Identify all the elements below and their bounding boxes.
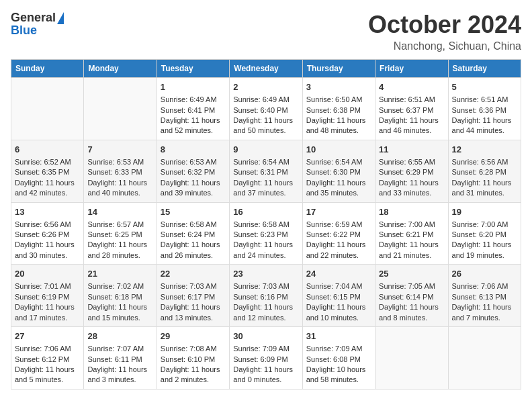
daylight-text: Daylight: 11 hours and 31 minutes. <box>452 178 517 199</box>
sunrise-text: Sunrise: 6:55 AM <box>379 157 444 167</box>
day-number: 25 <box>379 268 444 280</box>
sunrise-text: Sunrise: 7:03 AM <box>233 281 298 291</box>
table-row: 10Sunrise: 6:54 AMSunset: 6:30 PMDayligh… <box>302 140 375 202</box>
sunset-text: Sunset: 6:09 PM <box>233 355 298 365</box>
daylight-text: Daylight: 10 hours and 58 minutes. <box>306 365 371 385</box>
col-saturday: Saturday <box>448 60 521 78</box>
day-number: 29 <box>161 330 226 342</box>
table-row: 14Sunrise: 6:57 AMSunset: 6:25 PMDayligh… <box>84 202 157 265</box>
day-number: 17 <box>306 206 371 218</box>
day-number: 15 <box>161 206 226 218</box>
table-row: 16Sunrise: 6:58 AMSunset: 6:23 PMDayligh… <box>230 202 302 265</box>
daylight-text: Daylight: 11 hours and 21 minutes. <box>379 240 444 261</box>
sunset-text: Sunset: 6:14 PM <box>379 292 444 302</box>
day-number: 26 <box>452 268 517 280</box>
daylight-text: Daylight: 11 hours and 12 minutes. <box>233 302 298 323</box>
table-row: 23Sunrise: 7:03 AMSunset: 6:16 PMDayligh… <box>230 265 302 327</box>
table-row: 6Sunrise: 6:52 AMSunset: 6:35 PMDaylight… <box>11 140 84 202</box>
sunset-text: Sunset: 6:28 PM <box>452 167 517 177</box>
sunrise-text: Sunrise: 7:00 AM <box>379 220 444 230</box>
table-row: 11Sunrise: 6:55 AMSunset: 6:29 PMDayligh… <box>375 140 448 202</box>
col-monday: Monday <box>84 60 157 78</box>
sunset-text: Sunset: 6:38 PM <box>306 105 371 116</box>
sunrise-text: Sunrise: 7:08 AM <box>161 344 226 354</box>
sunrise-text: Sunrise: 7:02 AM <box>87 281 152 291</box>
sunrise-text: Sunrise: 6:54 AM <box>233 157 298 167</box>
daylight-text: Daylight: 11 hours and 7 minutes. <box>452 302 517 323</box>
sunset-text: Sunset: 6:31 PM <box>233 167 298 177</box>
daylight-text: Daylight: 11 hours and 3 minutes. <box>87 365 152 385</box>
daylight-text: Daylight: 11 hours and 5 minutes. <box>15 365 80 385</box>
day-number: 8 <box>161 144 226 156</box>
day-number: 21 <box>87 268 152 280</box>
day-number: 13 <box>15 206 80 218</box>
daylight-text: Daylight: 11 hours and 10 minutes. <box>306 302 371 323</box>
table-row <box>84 78 157 140</box>
daylight-text: Daylight: 11 hours and 19 minutes. <box>452 240 517 261</box>
sunset-text: Sunset: 6:20 PM <box>452 230 517 240</box>
calendar-table: Sunday Monday Tuesday Wednesday Thursday… <box>11 59 521 390</box>
sunrise-text: Sunrise: 6:52 AM <box>15 157 80 167</box>
calendar-week-row: 13Sunrise: 6:56 AMSunset: 6:26 PMDayligh… <box>11 202 521 265</box>
location: Nanchong, Sichuan, China <box>368 40 521 52</box>
daylight-text: Daylight: 11 hours and 44 minutes. <box>452 116 517 136</box>
daylight-text: Daylight: 11 hours and 24 minutes. <box>233 240 298 261</box>
day-number: 4 <box>379 81 444 93</box>
daylight-text: Daylight: 11 hours and 35 minutes. <box>306 178 371 199</box>
daylight-text: Daylight: 11 hours and 50 minutes. <box>233 116 298 136</box>
table-row <box>11 78 84 140</box>
sunset-text: Sunset: 6:32 PM <box>161 167 226 177</box>
daylight-text: Daylight: 11 hours and 2 minutes. <box>161 365 226 385</box>
table-row: 17Sunrise: 6:59 AMSunset: 6:22 PMDayligh… <box>302 202 375 265</box>
table-row: 15Sunrise: 6:58 AMSunset: 6:24 PMDayligh… <box>157 202 229 265</box>
table-row: 3Sunrise: 6:50 AMSunset: 6:38 PMDaylight… <box>302 78 375 140</box>
calendar-week-row: 6Sunrise: 6:52 AMSunset: 6:35 PMDaylight… <box>11 140 521 202</box>
col-sunday: Sunday <box>11 60 84 78</box>
day-number: 9 <box>233 144 298 156</box>
sunset-text: Sunset: 6:15 PM <box>306 292 371 302</box>
sunrise-text: Sunrise: 6:56 AM <box>15 220 80 230</box>
col-friday: Friday <box>375 60 448 78</box>
sunset-text: Sunset: 6:35 PM <box>15 167 80 177</box>
sunset-text: Sunset: 6:08 PM <box>306 355 371 365</box>
calendar-week-row: 27Sunrise: 7:06 AMSunset: 6:12 PMDayligh… <box>11 327 521 390</box>
sunrise-text: Sunrise: 6:58 AM <box>233 220 298 230</box>
day-number: 18 <box>379 206 444 218</box>
day-number: 28 <box>87 330 152 342</box>
sunset-text: Sunset: 6:36 PM <box>452 105 517 116</box>
day-number: 12 <box>452 144 517 156</box>
daylight-text: Daylight: 11 hours and 30 minutes. <box>15 240 80 261</box>
table-row: 26Sunrise: 7:06 AMSunset: 6:13 PMDayligh… <box>448 265 521 327</box>
day-number: 3 <box>306 81 371 93</box>
daylight-text: Daylight: 11 hours and 22 minutes. <box>306 240 371 261</box>
sunrise-text: Sunrise: 7:04 AM <box>306 281 371 291</box>
sunrise-text: Sunrise: 6:51 AM <box>452 95 517 105</box>
daylight-text: Daylight: 11 hours and 46 minutes. <box>379 116 444 136</box>
daylight-text: Daylight: 11 hours and 42 minutes. <box>15 178 80 199</box>
table-row: 30Sunrise: 7:09 AMSunset: 6:09 PMDayligh… <box>230 327 302 390</box>
sunset-text: Sunset: 6:12 PM <box>15 355 80 365</box>
calendar-body: 1Sunrise: 6:49 AMSunset: 6:41 PMDaylight… <box>11 78 521 390</box>
daylight-text: Daylight: 11 hours and 52 minutes. <box>161 116 226 136</box>
sunset-text: Sunset: 6:18 PM <box>87 292 152 302</box>
sunset-text: Sunset: 6:37 PM <box>379 105 444 116</box>
table-row: 4Sunrise: 6:51 AMSunset: 6:37 PMDaylight… <box>375 78 448 140</box>
sunrise-text: Sunrise: 6:53 AM <box>161 157 226 167</box>
sunset-text: Sunset: 6:11 PM <box>87 355 152 365</box>
table-row: 7Sunrise: 6:53 AMSunset: 6:33 PMDaylight… <box>84 140 157 202</box>
sunset-text: Sunset: 6:22 PM <box>306 230 371 240</box>
table-row: 12Sunrise: 6:56 AMSunset: 6:28 PMDayligh… <box>448 140 521 202</box>
table-row: 18Sunrise: 7:00 AMSunset: 6:21 PMDayligh… <box>375 202 448 265</box>
day-number: 16 <box>233 206 298 218</box>
table-row: 25Sunrise: 7:05 AMSunset: 6:14 PMDayligh… <box>375 265 448 327</box>
table-row: 31Sunrise: 7:09 AMSunset: 6:08 PMDayligh… <box>302 327 375 390</box>
sunrise-text: Sunrise: 7:06 AM <box>452 281 517 291</box>
calendar-week-row: 20Sunrise: 7:01 AMSunset: 6:19 PMDayligh… <box>11 265 521 327</box>
table-row: 22Sunrise: 7:03 AMSunset: 6:17 PMDayligh… <box>157 265 229 327</box>
table-row: 1Sunrise: 6:49 AMSunset: 6:41 PMDaylight… <box>157 78 229 140</box>
daylight-text: Daylight: 11 hours and 33 minutes. <box>379 178 444 199</box>
sunrise-text: Sunrise: 7:01 AM <box>15 281 80 291</box>
sunrise-text: Sunrise: 6:56 AM <box>452 157 517 167</box>
day-number: 20 <box>15 268 80 280</box>
table-row: 8Sunrise: 6:53 AMSunset: 6:32 PMDaylight… <box>157 140 229 202</box>
